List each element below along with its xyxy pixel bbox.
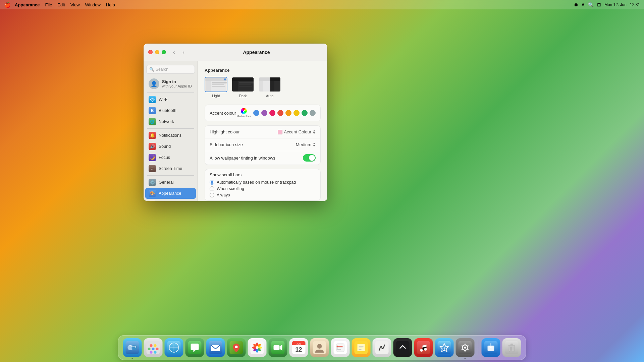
sidebar-label-wifi: Wi-Fi: [159, 97, 168, 102]
sound-icon: 🔊: [149, 143, 156, 150]
svg-point-66: [337, 346, 338, 347]
menubar: 🍎 Appearance File Edit View Window Help …: [0, 0, 644, 9]
svg-point-67: [337, 347, 338, 349]
dock-trash[interactable]: [502, 338, 521, 357]
back-button[interactable]: ‹: [170, 48, 178, 56]
wallpaper-tinting-label: Allow wallpaper tinting in windows: [210, 156, 303, 161]
datetime: Mon 12. Jun 12:31: [604, 2, 640, 7]
appearance-option-light[interactable]: Light: [205, 77, 227, 98]
sidebar-item-focus[interactable]: 🌙 Focus: [145, 152, 196, 163]
svg-rect-9: [232, 81, 238, 92]
search-icon: 🔍: [149, 67, 154, 72]
maximize-button[interactable]: [162, 50, 166, 54]
sidebar-item-accessibility[interactable]: ♿ Accessibility: [145, 199, 196, 201]
svg-rect-17: [259, 81, 263, 92]
appearance-label-light: Light: [212, 94, 220, 98]
dock-safari[interactable]: [165, 338, 183, 357]
accent-dots: Multicolour: [236, 108, 316, 118]
dock-photos[interactable]: [248, 338, 267, 357]
svg-rect-75: [396, 341, 410, 354]
dock-notes[interactable]: [352, 338, 371, 357]
accent-dot-orange[interactable]: [285, 110, 291, 116]
scroll-always-option[interactable]: Always: [210, 193, 296, 197]
accent-col-multicolour: Multicolour: [236, 108, 251, 118]
dock-finder[interactable]: [123, 338, 142, 357]
close-button[interactable]: [148, 50, 153, 54]
dock-facetime[interactable]: [269, 338, 287, 357]
search-icon[interactable]: 🔍: [588, 2, 594, 7]
svg-point-84: [464, 347, 466, 349]
accent-dot-pink[interactable]: [269, 110, 275, 116]
menu-file[interactable]: File: [45, 2, 52, 7]
forward-button[interactable]: ›: [179, 48, 187, 56]
main-content: Appearance: [198, 61, 327, 201]
sidebar-item-notifications[interactable]: 🔔 Notifications: [145, 130, 196, 141]
dock-sysprefs[interactable]: [456, 338, 475, 357]
accent-dot-purple[interactable]: [261, 110, 267, 116]
dock-reminders[interactable]: [331, 338, 350, 357]
dock-contacts[interactable]: [310, 338, 329, 357]
menu-help[interactable]: Help: [106, 2, 115, 7]
svg-point-23: [150, 344, 153, 347]
svg-point-77: [420, 349, 423, 352]
finder-active-dot: [132, 358, 133, 359]
highlight-colour-value[interactable]: Accent Colour ▲▼: [278, 129, 316, 134]
keyboard-icon[interactable]: A: [582, 2, 585, 7]
svg-rect-3: [212, 82, 227, 83]
dock-mail[interactable]: [206, 338, 225, 357]
dock-launchpad[interactable]: [144, 338, 163, 357]
dock-freeform[interactable]: [373, 338, 391, 357]
svg-point-40: [235, 346, 238, 348]
scroll-always-label: Always: [217, 193, 230, 197]
sidebar-icon-size-text: Medium: [296, 142, 311, 147]
dock-appstore[interactable]: [435, 338, 454, 357]
dock-yoink[interactable]: [482, 338, 500, 357]
scroll-scrolling-option[interactable]: When scrolling: [210, 186, 296, 191]
minimize-button[interactable]: [155, 50, 159, 54]
sidebar-divider2: [147, 128, 194, 129]
sidebar-icon-size-value[interactable]: Medium ▲▼: [296, 142, 316, 147]
titlebar: ‹ › Appearance: [144, 44, 327, 61]
appearance-thumbnail-light: [205, 77, 227, 92]
wallpaper-tinting-row: Allow wallpaper tinting in windows: [205, 151, 320, 165]
menu-view[interactable]: View: [70, 2, 80, 7]
search-placeholder: Search: [156, 67, 168, 72]
apple-menu[interactable]: 🍎: [4, 2, 11, 8]
control-center-icon[interactable]: ⊞: [597, 2, 601, 7]
sidebar-item-screentime[interactable]: ⏱ Screen Time: [145, 163, 196, 174]
dock-calendar[interactable]: 12 JUN: [289, 338, 308, 357]
account-text: Sign in with your Apple ID: [162, 79, 192, 88]
dock-maps[interactable]: [227, 338, 246, 357]
dock-music[interactable]: [414, 338, 433, 357]
svg-point-27: [156, 348, 159, 350]
accent-dot-red[interactable]: [277, 110, 283, 116]
sidebar-item-appearance[interactable]: 🎨 Appearance: [145, 188, 196, 199]
wallpaper-tinting-toggle[interactable]: [303, 154, 316, 162]
menu-edit[interactable]: Edit: [57, 2, 65, 7]
window-title: Appearance: [190, 50, 323, 55]
accent-dot-green[interactable]: [302, 110, 308, 116]
appearance-option-dark[interactable]: Dark: [231, 77, 254, 98]
dock-messages[interactable]: [185, 338, 204, 357]
accent-dot-multicolour[interactable]: [241, 108, 247, 114]
appearance-option-auto[interactable]: Auto: [258, 77, 281, 98]
dock-appletv[interactable]: [393, 338, 412, 357]
screen-record-icon[interactable]: ⏺: [574, 2, 578, 7]
sidebar-item-wifi[interactable]: Wi-Fi: [145, 94, 196, 105]
svg-rect-18: [270, 81, 274, 92]
accent-dot-yellow[interactable]: [293, 110, 300, 116]
menu-window[interactable]: Window: [85, 2, 101, 7]
accent-dot-graphite[interactable]: [310, 110, 316, 116]
scroll-auto-option[interactable]: Automatically based on mouse or trackpad: [210, 180, 296, 185]
sidebar-item-general[interactable]: ⚙️ General: [145, 177, 196, 188]
accent-dot-blue[interactable]: [253, 110, 259, 116]
sidebar-account[interactable]: 👤 Sign in with your Apple ID: [145, 76, 196, 91]
sidebar-item-bluetooth[interactable]: B Bluetooth: [145, 105, 196, 116]
svg-point-60: [317, 344, 322, 349]
search-box[interactable]: 🔍 Search: [146, 65, 195, 74]
svg-point-29: [154, 351, 157, 354]
sidebar-item-sound[interactable]: 🔊 Sound: [145, 141, 196, 152]
svg-rect-5: [212, 86, 225, 87]
sidebar-item-network[interactable]: 🌐 Network: [145, 116, 196, 127]
svg-point-21: [132, 345, 137, 350]
